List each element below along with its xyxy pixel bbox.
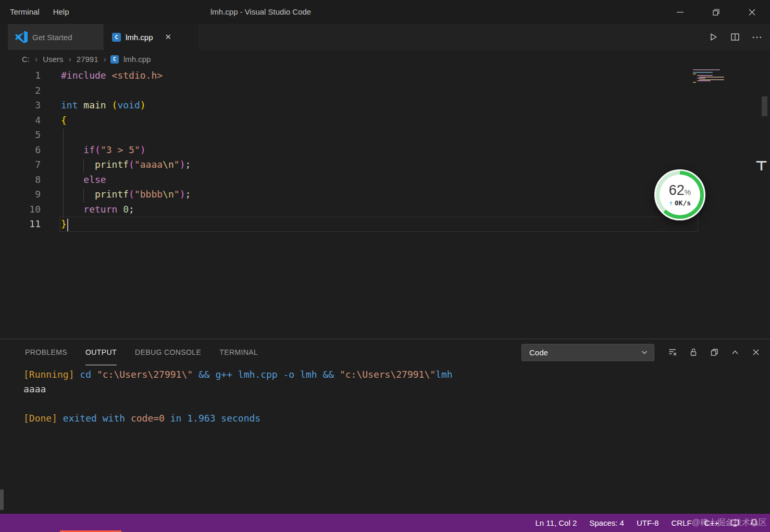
minimize-icon [676,8,684,16]
line-number[interactable]: 7 [0,157,41,172]
chevron-right-icon: › [100,55,110,64]
code-token: else [83,174,106,185]
code-line[interactable]: 8 else [0,172,770,188]
breadcrumb-item[interactable]: 27991 [76,55,100,64]
open-in-editor-icon [709,347,719,357]
code-token [106,100,112,110]
restore-button[interactable] [698,0,734,24]
panel-scrollbar[interactable] [0,489,4,510]
close-tab-icon[interactable]: ✕ [165,32,172,42]
code-line[interactable]: 10 return 0; [0,202,770,217]
minimize-button[interactable] [662,0,698,24]
status-item[interactable]: Ln 11, Col 2 [529,518,583,527]
network-speed: ↑0K/s [669,199,691,207]
editor[interactable]: 1#include <stdio.h>23int main (void)4{56… [0,68,770,339]
notifications-button[interactable] [744,518,764,528]
code-token [78,100,84,110]
code-text: return 0; [41,202,134,217]
menu-help[interactable]: Help [46,0,76,24]
close-icon [748,8,756,16]
breadcrumb-item[interactable]: C: [21,55,31,64]
panel-tab-terminal[interactable]: TERMINAL [219,339,258,365]
tab-lmh-cpp[interactable]: C lmh.cpp ✕ [105,24,198,50]
breadcrumb-item[interactable]: Users [42,55,64,64]
code-line[interactable]: 3int main (void) [0,98,770,113]
close-button[interactable] [734,0,770,24]
more-actions-icon[interactable]: ⋯ [752,31,763,43]
close-panel-button[interactable] [750,347,762,358]
code-line[interactable]: 11} [0,217,770,232]
code-line[interactable]: 6 if("3 > 5") [0,143,770,158]
code-line[interactable]: 2 [0,83,770,98]
code-token: \n [163,189,174,200]
lock-scroll-button[interactable] [688,347,699,358]
code-text: } [41,217,67,232]
tab-label: lmh.cpp [126,33,153,42]
line-number[interactable]: 3 [0,98,41,113]
chevron-up-icon [730,347,740,357]
code-token: " [174,159,180,170]
status-items: Ln 11, Col 2Spaces: 4UTF-8CRLFC++ [529,518,725,527]
minimap-line [697,75,713,76]
chevron-right-icon: › [31,55,42,64]
text-cursor [67,219,68,231]
line-number[interactable]: 10 [0,202,41,217]
minimap[interactable] [693,69,750,85]
minimap-line [697,78,705,79]
code-token: <stdio.h> [112,70,163,81]
breadcrumb-item[interactable]: lmh.cpp [122,55,152,64]
code-token: "aaaa [134,159,163,170]
code-token [61,144,83,155]
output-channel-select[interactable]: Code [521,344,654,361]
screen-reader-button[interactable] [725,518,744,528]
code-token: #include [61,70,106,81]
panel-tab-output[interactable]: OUTPUT [85,339,117,365]
code-token: ; [129,204,134,215]
status-item[interactable]: CRLF [665,518,698,527]
code-lines: 1#include <stdio.h>23int main (void)4{56… [0,68,770,232]
line-number[interactable]: 11 [0,217,41,232]
status-item[interactable]: Spaces: 4 [583,518,630,527]
code-text: int main (void) [41,98,146,113]
code-text: #include <stdio.h> [41,68,163,83]
line-number[interactable]: 9 [0,187,41,202]
code-line[interactable]: 5 [0,128,770,143]
panel-actions: Code [521,339,762,365]
line-number[interactable]: 1 [0,68,41,83]
code-token [61,159,95,170]
menu-terminal[interactable]: Terminal [3,0,46,24]
code-text [41,128,61,143]
code-token: if [83,144,95,155]
code-token: } [61,218,67,229]
split-editor-icon[interactable] [730,32,740,42]
clear-output-button[interactable] [667,347,678,358]
code-line[interactable]: 4{ [0,113,770,128]
tab-get-started[interactable]: Get Started [8,24,104,50]
code-token: int [61,100,78,110]
code-line[interactable]: 1#include <stdio.h> [0,68,770,83]
breadcrumb[interactable]: C:›Users›27991›Clmh.cpp [8,50,770,68]
line-number[interactable]: 8 [0,172,41,188]
maximize-panel-button[interactable] [729,347,741,358]
output-content[interactable]: [Running] cd "c:\Users\27991\" && g++ lm… [0,365,770,514]
output-token: "c:\Users\27991\" [97,369,198,380]
cpp-file-icon: C [110,55,119,64]
editor-scrollbar[interactable] [762,96,767,116]
code-text: if("3 > 5") [41,143,146,158]
line-number[interactable]: 5 [0,128,41,143]
open-output-in-editor-button[interactable] [709,347,720,358]
output-token: in 1.963 seconds [165,413,260,424]
status-item[interactable]: UTF-8 [630,518,665,527]
panel-tab-debug-console[interactable]: DEBUG CONSOLE [135,339,201,365]
code-text: printf("bbbb\n"); [41,187,191,202]
window-title: lmh.cpp - Visual Studio Code [210,0,311,24]
status-item[interactable]: C++ [698,518,725,527]
chevron-right-icon: › [65,55,76,64]
code-line[interactable]: 7 printf("aaaa\n"); [0,157,770,172]
panel-tab-problems[interactable]: PROBLEMS [25,339,67,365]
line-number[interactable]: 4 [0,113,41,128]
run-icon[interactable] [708,32,718,42]
line-number[interactable]: 6 [0,143,41,158]
speed-overlay-widget[interactable]: 62% ↑0K/s [654,169,705,220]
line-number[interactable]: 2 [0,83,41,98]
